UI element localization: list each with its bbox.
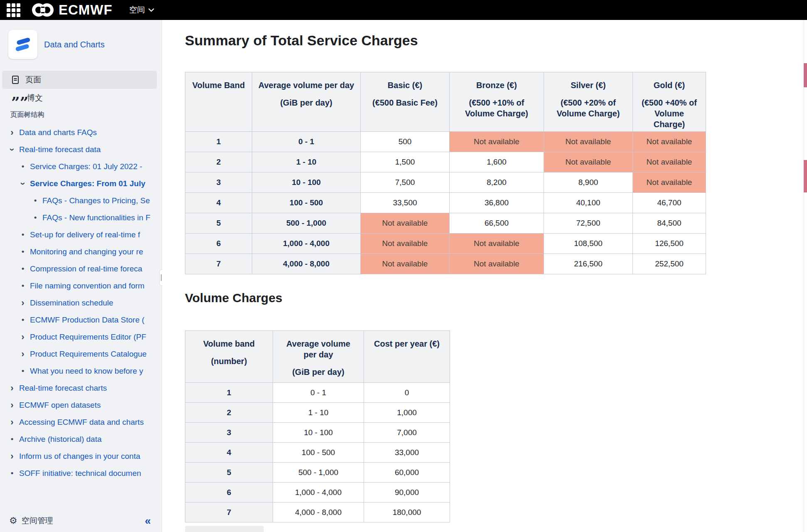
chevron-down-icon[interactable]: ›	[19, 180, 27, 187]
tree-link: Real-time forecast data	[19, 145, 101, 154]
sidebar-item-product-requirements-catalogue[interactable]: ›Product Requirements Catalogue	[0, 345, 162, 362]
table-cell: Not available	[633, 132, 706, 152]
sidebar-item-open-datasets[interactable]: ›ECMWF open datasets	[0, 397, 162, 414]
space-name[interactable]: Data and Charts	[44, 40, 105, 49]
page-scrollbar[interactable]	[804, 20, 807, 532]
row-band: 2	[185, 403, 273, 423]
table-cell: Not available	[361, 254, 450, 274]
sidebar-item-monitoring[interactable]: •Monitoring and changing your re	[0, 243, 162, 260]
row-band: 1	[185, 132, 252, 152]
sidebar-item-accessing-data[interactable]: ›Accessing ECMWF data and charts	[0, 414, 162, 431]
row-volume: 0 - 1	[252, 132, 361, 152]
bullet-icon: •	[19, 281, 27, 291]
bullet-icon: •	[19, 315, 27, 325]
space-settings-button[interactable]: ⚙ 空间管理	[9, 515, 53, 526]
table-cell: 8,900	[544, 172, 633, 193]
chevron-right-icon[interactable]: ›	[8, 419, 16, 426]
sidebar-collapse-button[interactable]: «	[145, 515, 151, 526]
col-header-average-volume: Average volume per day(GiB per day)	[252, 72, 361, 132]
table-cell: 1,000 - 4,000	[273, 483, 364, 502]
bullet-icon: •	[32, 196, 39, 205]
sidebar-item-faqs-new-functionalities[interactable]: •FAQs - New functionalities in F	[0, 209, 162, 226]
sidebar-item-soff-initiative[interactable]: •SOFF initiative: technical documen	[0, 465, 162, 482]
table-row: 61,000 - 4,00090,000	[185, 483, 450, 502]
row-band: 7	[185, 254, 252, 274]
table-row: 10 - 10	[185, 383, 450, 403]
table-cell: 60,000	[364, 463, 450, 483]
tree-link-selected: Service Charges: From 01 July	[30, 179, 145, 188]
sidebar-item-archive-data[interactable]: •Archive (historical) data	[0, 431, 162, 448]
chevron-right-icon[interactable]: ›	[8, 453, 16, 460]
table-cell: 100 - 500	[273, 443, 364, 463]
table-cell: Not available	[361, 213, 450, 234]
chevron-right-icon[interactable]: ›	[8, 129, 16, 136]
space-dropdown[interactable]: 空间	[129, 5, 154, 15]
chevron-right-icon[interactable]: ›	[19, 350, 27, 358]
table-cell: 1,000	[364, 403, 450, 423]
col-header-volume-band: Volume Band	[185, 72, 252, 132]
row-volume: 1 - 10	[252, 152, 361, 172]
table-row: 74,000 - 8,000180,000	[185, 502, 450, 522]
table-cell: 90,000	[364, 483, 450, 502]
table-cell: Not available	[450, 234, 544, 254]
row-volume: 1,000 - 4,000	[252, 234, 361, 254]
row-band: 6	[185, 483, 273, 502]
sidebar-item-compression[interactable]: •Compression of real-time foreca	[0, 260, 162, 277]
tree-link: FAQs - Changes to Pricing, Se	[42, 196, 150, 205]
sidebar-item-file-naming[interactable]: •File naming convention and form	[0, 277, 162, 294]
space-header[interactable]: Data and Charts	[8, 30, 105, 59]
sidebar-item-product-requirements-editor[interactable]: ›Product Requirements Editor (PF	[0, 328, 162, 345]
chevron-right-icon[interactable]: ›	[8, 384, 16, 392]
tree-link: Product Requirements Catalogue	[30, 350, 147, 359]
sidebar-item-label: 博文	[27, 93, 43, 103]
row-band: 5	[185, 213, 252, 234]
table-cell: 1 - 10	[273, 403, 364, 423]
table-cell: 180,000	[364, 502, 450, 522]
table-cell: 0 - 1	[273, 383, 364, 403]
chevron-right-icon[interactable]: ›	[19, 299, 27, 307]
table-cell: 500 - 1,000	[273, 463, 364, 483]
chevron-down-icon[interactable]: ›	[8, 146, 16, 153]
sidebar-item-inform-us-of-changes[interactable]: ›Inform us of changes in your conta	[0, 448, 162, 465]
tree-link: Service Charges: 01 July 2022 -	[30, 162, 142, 171]
scrollbar-highlight-marker	[804, 63, 807, 87]
sidebar-item-setup-delivery[interactable]: •Set-up for delivery of real-time f	[0, 226, 162, 243]
col-header-gold: Gold (€)(€500 +40% of Volume Charge)	[633, 72, 706, 132]
tree-link: ECMWF Production Data Store (	[30, 315, 145, 325]
tree-link: FAQs - New functionalities in F	[42, 213, 150, 222]
sidebar-item-dissemination-schedule[interactable]: ›Dissemination schedule	[0, 294, 162, 311]
chevron-right-icon[interactable]: ›	[19, 333, 27, 341]
tree-link: What you need to know before y	[30, 367, 143, 376]
table-cell: 108,500	[544, 234, 633, 254]
sidebar-item-service-charges-current[interactable]: ›Service Charges: From 01 July	[0, 175, 162, 192]
confluence-space-icon	[13, 35, 32, 54]
volume-charges-table: Volume band(number) Average volume per d…	[185, 330, 450, 522]
ecmwf-logo-text: ECMWF	[59, 2, 113, 18]
bullet-icon: •	[8, 469, 16, 478]
app-grid-icon[interactable]	[7, 3, 20, 17]
sidebar-item-data-and-charts-faqs[interactable]: ›Data and charts FAQs	[0, 124, 162, 141]
sidebar-item-production-data-store[interactable]: •ECMWF Production Data Store (	[0, 311, 162, 328]
sidebar-item-faqs-pricing[interactable]: •FAQs - Changes to Pricing, Se	[0, 192, 162, 209]
tree-link: File naming convention and form	[30, 281, 145, 291]
table-cell: 126,500	[633, 234, 706, 254]
tree-link: Archive (historical) data	[19, 435, 102, 444]
table-cell: 4,000 - 8,000	[273, 502, 364, 522]
table-cell: 66,500	[450, 213, 544, 234]
sidebar-item-service-charges-2022[interactable]: •Service Charges: 01 July 2022 -	[0, 158, 162, 175]
sidebar-item-what-you-need-to-know[interactable]: •What you need to know before y	[0, 362, 162, 379]
table-cell: 10 - 100	[273, 423, 364, 443]
table-cell: 8,200	[450, 172, 544, 193]
sidebar-item-real-time-forecast-charts[interactable]: ›Real-time forecast charts	[0, 379, 162, 397]
chevron-right-icon[interactable]: ›	[8, 401, 16, 409]
sidebar-item-pages[interactable]: 页面	[2, 71, 157, 89]
table-row: 310 - 1007,000	[185, 423, 450, 443]
sidebar-item-real-time-forecast-data[interactable]: ›Real-time forecast data	[0, 141, 162, 158]
tree-link: Set-up for delivery of real-time f	[30, 230, 140, 239]
table-cell: 84,500	[633, 213, 706, 234]
service-charges-summary-table: Volume Band Average volume per day(GiB p…	[185, 72, 706, 274]
row-band: 5	[185, 463, 273, 483]
sidebar-item-blog[interactable]: ”” 博文	[2, 89, 157, 107]
ecmwf-logo[interactable]: ECMWF	[30, 2, 113, 18]
table-cell: Not available	[450, 254, 544, 274]
